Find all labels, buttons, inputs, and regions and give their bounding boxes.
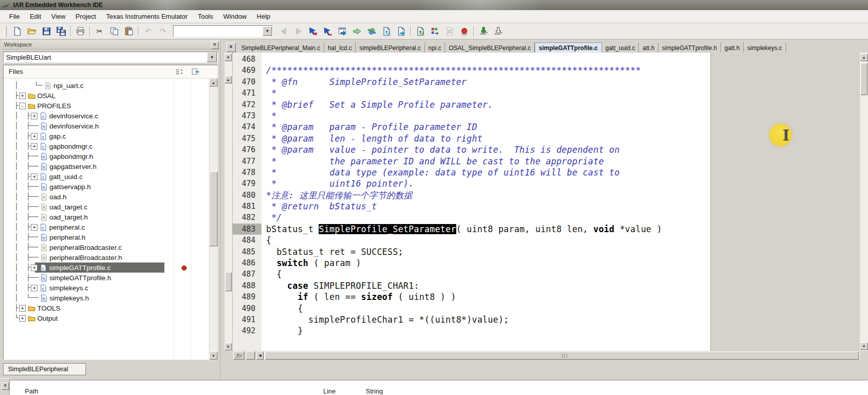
workspace-scrollbar[interactable]: ▲ ▼ xyxy=(209,78,218,360)
scroll-down-icon[interactable]: ▼ xyxy=(225,343,232,350)
line-number[interactable]: 479 xyxy=(232,178,262,189)
line-number[interactable]: 491 xyxy=(232,314,262,325)
open-file-icon[interactable] xyxy=(25,24,38,38)
editor-vertical-scrollbar[interactable]: ▲ ▼ xyxy=(860,53,868,351)
hscroll-track[interactable] xyxy=(264,352,860,360)
menu-window[interactable]: Window xyxy=(218,10,251,23)
rebuild-all-icon[interactable]: ↻ xyxy=(379,24,393,38)
editor-horizontal-scrollbar[interactable]: ƒ() ◀ xyxy=(225,351,868,360)
menu-file[interactable]: File xyxy=(4,10,25,23)
workspace-options-icon[interactable] xyxy=(191,68,200,76)
menu-texas-instruments-emulator[interactable]: Texas Instruments Emulator xyxy=(101,10,193,23)
tree-item-peripheralbroadcaster-c[interactable]: │ ├──peripheralBroadcaster.c xyxy=(4,242,209,252)
tree-item-devinfoservice-c[interactable]: │ ├+cdevinfoservice.c xyxy=(4,111,209,121)
line-number[interactable]: 481 xyxy=(232,201,262,212)
line-number[interactable]: 488 xyxy=(232,280,262,291)
tree-item-gatt-uuid-c[interactable]: │ ├+cgatt_uuid.c xyxy=(4,171,209,182)
tree-item-simplegattprofile-c[interactable]: │ ├+csimpleGATTprofile.c xyxy=(4,262,209,273)
menu-project[interactable]: Project xyxy=(70,10,101,23)
line-number[interactable]: 490 xyxy=(232,303,262,314)
menu-edit[interactable]: Edit xyxy=(25,10,46,23)
expand-icon[interactable]: + xyxy=(19,93,26,99)
menu-tools[interactable]: Tools xyxy=(193,10,218,23)
debug-without-download-icon[interactable] xyxy=(491,24,505,38)
code-area[interactable]: 468469/*********************************… xyxy=(232,53,860,351)
save-icon[interactable] xyxy=(39,24,53,38)
expand-icon[interactable]: + xyxy=(31,224,37,231)
workspace-close-button[interactable]: × xyxy=(211,41,219,49)
chevron-down-icon[interactable]: ▼ xyxy=(207,52,217,62)
expand-icon[interactable]: + xyxy=(19,315,26,322)
line-number[interactable]: 485 xyxy=(232,246,262,257)
line-number[interactable]: 468 xyxy=(232,54,262,65)
tree-item-simplekeys-c[interactable]: │ ├+csimplekeys.c xyxy=(4,283,209,293)
tab-osal-simplebleperipheral-c[interactable]: OSAL_SimpleBLEPeripheral.c xyxy=(445,42,535,53)
bottom-panel-close-button[interactable]: × xyxy=(2,382,9,390)
find-combo[interactable]: ▼ xyxy=(173,25,273,37)
tree-item-simplegattprofile-h[interactable]: │ ├──hsimpleGATTprofile.h xyxy=(4,273,209,283)
line-number[interactable]: 487 xyxy=(232,269,262,280)
goto-function-button[interactable]: ƒ() xyxy=(233,352,244,360)
expand-icon[interactable]: + xyxy=(31,133,37,140)
collapse-icon[interactable]: - xyxy=(19,103,26,109)
scroll-down-icon[interactable]: ▼ xyxy=(860,342,868,350)
tree-item-gapbondmgr-c[interactable]: │ ├+cgapbondmgr.c xyxy=(4,141,209,151)
tree-item-gattservapp-h[interactable]: │ ├──hgattservapp.h xyxy=(4,182,209,192)
line-number[interactable]: 471 xyxy=(232,87,262,99)
menu-view[interactable]: View xyxy=(46,10,70,23)
tab-att-h[interactable]: att.h xyxy=(639,42,658,53)
line-number[interactable]: 475 xyxy=(232,133,262,144)
tree-item-devinfoservice-h[interactable]: │ ├──hdevinfoservice.h xyxy=(4,121,209,131)
line-number[interactable]: 486 xyxy=(232,257,262,269)
print-icon[interactable] xyxy=(73,24,87,38)
expand-icon[interactable]: + xyxy=(31,265,37,271)
scroll-up-icon[interactable]: ▲ xyxy=(225,76,232,83)
line-number[interactable]: 470 xyxy=(232,76,262,87)
tab-hal-lcd-c[interactable]: hal_lcd.c xyxy=(324,42,356,53)
line-number[interactable]: 474 xyxy=(232,121,262,133)
results-column-path[interactable]: Path xyxy=(25,387,38,395)
line-number[interactable]: 484 xyxy=(232,235,262,246)
batch-build-icon[interactable] xyxy=(428,24,442,38)
copy-icon[interactable] xyxy=(107,24,121,38)
hscroll-thumb[interactable] xyxy=(265,352,859,360)
browse-back-icon[interactable] xyxy=(277,24,290,38)
download-debug-icon[interactable] xyxy=(476,24,490,38)
tree-item-npi-uart-c[interactable]: │ └─npi_uart.c xyxy=(4,80,209,91)
expand-icon[interactable]: + xyxy=(31,143,37,150)
tree-item-gapgattserver-h[interactable]: │ ├──hgapgattserver.h xyxy=(4,161,209,171)
cut-icon[interactable]: ✂ xyxy=(93,24,106,38)
toggle-breakpoint-icon[interactable] xyxy=(457,24,471,38)
results-column-string[interactable]: String xyxy=(366,387,383,395)
breakpoint-marker-icon[interactable] xyxy=(182,266,187,271)
save-all-icon[interactable] xyxy=(54,24,68,38)
document-close-button[interactable]: × xyxy=(226,42,236,52)
chevron-down-icon[interactable]: ▼ xyxy=(263,26,272,36)
workspace-tab-simplebleperipheral[interactable]: SimpleBLEPeripheral xyxy=(3,363,86,375)
scrollbar-thumb[interactable] xyxy=(225,272,232,291)
line-number[interactable]: 477 xyxy=(232,156,262,167)
tab-npi-c[interactable]: npi.c xyxy=(425,42,445,53)
make-icon[interactable] xyxy=(350,24,364,38)
line-number[interactable]: 472 xyxy=(232,99,262,110)
tree-item-output[interactable]: └+Output xyxy=(4,313,209,323)
expand-icon[interactable]: + xyxy=(31,113,37,119)
scroll-left-icon[interactable]: ◀ xyxy=(256,352,264,360)
scroll-up-icon[interactable]: ▲ xyxy=(860,54,868,61)
line-number[interactable]: 483 xyxy=(232,224,262,235)
tree-item-oad-h[interactable]: │ ├──oad.h xyxy=(4,192,209,202)
tree-item-profiles[interactable]: ├-PROFILES xyxy=(4,101,209,111)
goto-source-icon[interactable] xyxy=(335,24,349,38)
tree-item-simplekeys-h[interactable]: │ └──hsimplekeys.h xyxy=(4,293,209,303)
make-project-icon[interactable]: ↻ xyxy=(413,24,427,38)
tab-simplekeys-c[interactable]: simplekeys.c xyxy=(744,42,786,53)
menu-help[interactable]: Help xyxy=(252,10,276,23)
line-number[interactable]: 480 xyxy=(232,190,262,201)
tab-simplebleperipheral-main-c[interactable]: SimpleBLEPeripheral_Main.c xyxy=(238,42,324,53)
tab-gatt-uuid-c[interactable]: gatt_uuid.c xyxy=(602,42,639,53)
tree-item-gap-c[interactable]: │ ├+cgap.c xyxy=(4,131,209,141)
tree-item-osal[interactable]: ├+OSAL xyxy=(4,91,209,101)
tree-item-gapbondmgr-h[interactable]: │ ├──hgapbondmgr.h xyxy=(4,151,209,161)
redo-icon[interactable]: ↷ xyxy=(156,24,169,38)
scroll-down-icon[interactable]: ▼ xyxy=(225,54,232,61)
